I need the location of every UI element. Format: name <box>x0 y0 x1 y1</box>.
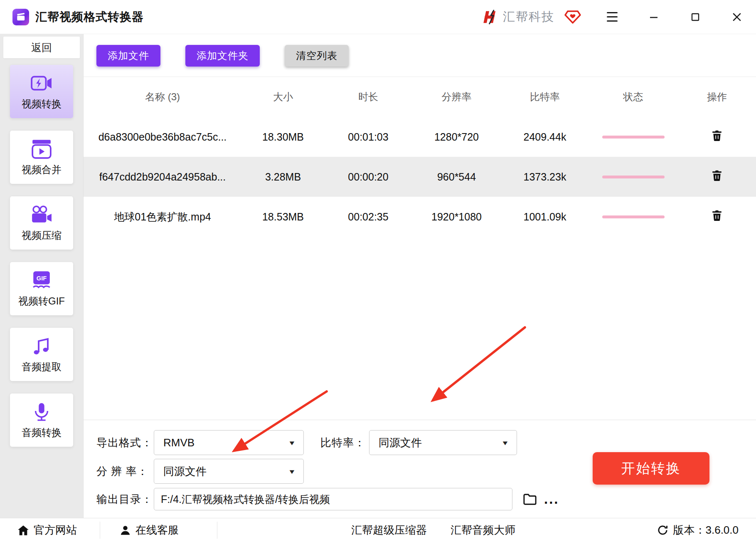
person-icon <box>120 525 131 536</box>
bitrate-select[interactable]: 同源文件 ▼ <box>369 430 517 455</box>
header-size: 大小 <box>241 90 325 104</box>
svg-text:GIF: GIF <box>37 275 47 282</box>
maximize-icon <box>690 12 700 22</box>
sidebar-item-audio-convert[interactable]: 音频转换 <box>10 394 73 447</box>
trash-icon <box>712 210 722 221</box>
export-format-label: 导出格式： <box>96 436 154 450</box>
file-size: 3.28MB <box>241 171 325 183</box>
super-compressor-link[interactable]: 汇帮超级压缩器 <box>351 518 427 542</box>
table-row[interactable]: d6a8300e0be36b8ac7c5c... 18.30MB 00:01:0… <box>84 117 756 157</box>
output-dir-input[interactable] <box>154 488 512 510</box>
file-bitrate: 2409.44k <box>501 131 589 143</box>
audio-master-label: 汇帮音频大师 <box>451 523 515 537</box>
file-size: 18.53MB <box>241 211 325 223</box>
close-icon <box>732 12 742 22</box>
video-compress-icon <box>31 204 52 225</box>
delete-file-button[interactable] <box>712 210 722 221</box>
file-resolution: 960*544 <box>412 171 501 183</box>
file-resolution: 1280*720 <box>412 131 501 143</box>
sidebar-item-label: 视频转换 <box>22 97 62 111</box>
resolution-value: 同源文件 <box>163 464 207 479</box>
back-button[interactable]: 返回 <box>3 37 80 58</box>
chevron-down-icon: ▼ <box>288 439 296 446</box>
home-icon <box>17 525 29 536</box>
maximize-button[interactable] <box>688 10 702 24</box>
main-panel: 添加文件 添加文件夹 清空列表 名称 (3) 大小 时长 分辨率 比特率 状态 … <box>84 34 756 518</box>
header-action: 操作 <box>678 90 756 104</box>
delete-file-button[interactable] <box>712 170 722 181</box>
microphone-icon <box>32 401 51 422</box>
sidebar-item-audio-extract[interactable]: 音频提取 <box>10 328 73 381</box>
header-status: 状态 <box>589 90 678 104</box>
video-merge-icon <box>31 139 52 159</box>
statusbar: 官方网站 在线客服 汇帮超级压缩器 汇帮音频大师 版本：3.6.0.0 <box>0 518 756 542</box>
trash-icon <box>712 170 722 181</box>
progress-bar <box>602 136 665 139</box>
titlebar: 汇帮视频格式转换器 汇帮科技 <box>0 0 756 34</box>
sidebar-item-label: 视频压缩 <box>22 229 62 242</box>
file-bitrate: 1001.09k <box>501 211 589 223</box>
online-service-label: 在线客服 <box>135 523 179 537</box>
header-bitrate: 比特率 <box>501 90 589 104</box>
hamburger-icon <box>607 12 618 22</box>
official-site-label: 官方网站 <box>34 523 77 537</box>
export-format-select[interactable]: RMVB ▼ <box>154 430 304 455</box>
chevron-down-icon: ▼ <box>288 468 296 475</box>
bitrate-label: 比特率： <box>320 436 369 450</box>
brand-name: 汇帮科技 <box>503 9 554 25</box>
resolution-select[interactable]: 同源文件 ▼ <box>154 459 304 484</box>
toolbar: 添加文件 添加文件夹 清空列表 <box>84 34 756 77</box>
file-duration: 00:02:35 <box>325 211 412 223</box>
file-table: 名称 (3) 大小 时长 分辨率 比特率 状态 操作 d6a8300e0be36… <box>84 77 756 237</box>
table-header-row: 名称 (3) 大小 时长 分辨率 比特率 状态 操作 <box>84 77 756 117</box>
file-name: d6a8300e0be36b8ac7c5c... <box>84 131 241 143</box>
table-row[interactable]: f647cdd2b9204a24958ab... 3.28MB 00:00:20… <box>84 157 756 197</box>
output-dir-label: 输出目录： <box>96 492 154 507</box>
header-name: 名称 (3) <box>84 90 241 104</box>
more-options-button[interactable]: ... <box>544 495 559 503</box>
add-file-button[interactable]: 添加文件 <box>96 45 160 67</box>
online-service-link[interactable]: 在线客服 <box>120 518 179 542</box>
file-resolution: 1920*1080 <box>412 211 501 223</box>
file-size: 18.30MB <box>241 131 325 143</box>
sidebar-item-label: 视频转GIF <box>18 295 65 308</box>
minimize-button[interactable] <box>647 10 661 24</box>
sidebar-item-label: 音频提取 <box>22 360 62 374</box>
header-duration: 时长 <box>325 90 412 104</box>
statusbar-divider <box>217 522 217 539</box>
statusbar-divider <box>100 522 100 539</box>
export-format-value: RMVB <box>163 436 195 449</box>
super-compressor-label: 汇帮超级压缩器 <box>351 523 427 537</box>
sidebar-item-video-convert[interactable]: 视频转换 <box>10 65 73 118</box>
sidebar-item-video-to-gif[interactable]: GIF 视频转GIF <box>10 262 73 315</box>
sidebar-item-label: 音频转换 <box>22 426 62 439</box>
bitrate-value: 同源文件 <box>379 436 422 450</box>
delete-file-button[interactable] <box>712 130 722 141</box>
sidebar: 返回 视频转换 视频合并 <box>0 34 84 518</box>
folder-icon <box>523 494 537 505</box>
close-button[interactable] <box>730 10 744 24</box>
app-logo-icon <box>12 9 29 25</box>
official-site-link[interactable]: 官方网站 <box>17 518 77 542</box>
header-resolution: 分辨率 <box>412 90 501 104</box>
vip-diamond-icon[interactable] <box>564 10 581 24</box>
refresh-icon[interactable] <box>657 525 668 536</box>
app-title: 汇帮视频格式转换器 <box>35 9 144 25</box>
file-duration: 00:00:20 <box>325 171 412 183</box>
sidebar-item-video-merge[interactable]: 视频合并 <box>10 131 73 184</box>
clear-list-button[interactable]: 清空列表 <box>285 45 349 67</box>
add-folder-button[interactable]: 添加文件夹 <box>185 45 260 67</box>
start-convert-button[interactable]: 开始转换 <box>593 452 709 485</box>
file-name: 地球01色素扩散.mp4 <box>84 210 241 224</box>
sidebar-item-video-compress[interactable]: 视频压缩 <box>10 196 73 250</box>
browse-folder-button[interactable] <box>523 494 537 505</box>
music-note-icon <box>32 336 52 356</box>
sidebar-item-label: 视频合并 <box>22 163 62 176</box>
brand-logo-icon <box>480 9 499 25</box>
chevron-down-icon: ▼ <box>501 439 509 446</box>
table-row[interactable]: 地球01色素扩散.mp4 18.53MB 00:02:35 1920*1080 … <box>84 197 756 237</box>
gif-book-icon: GIF <box>31 270 52 291</box>
menu-button[interactable] <box>605 10 619 24</box>
file-duration: 00:01:03 <box>325 131 412 143</box>
audio-master-link[interactable]: 汇帮音频大师 <box>451 518 515 542</box>
